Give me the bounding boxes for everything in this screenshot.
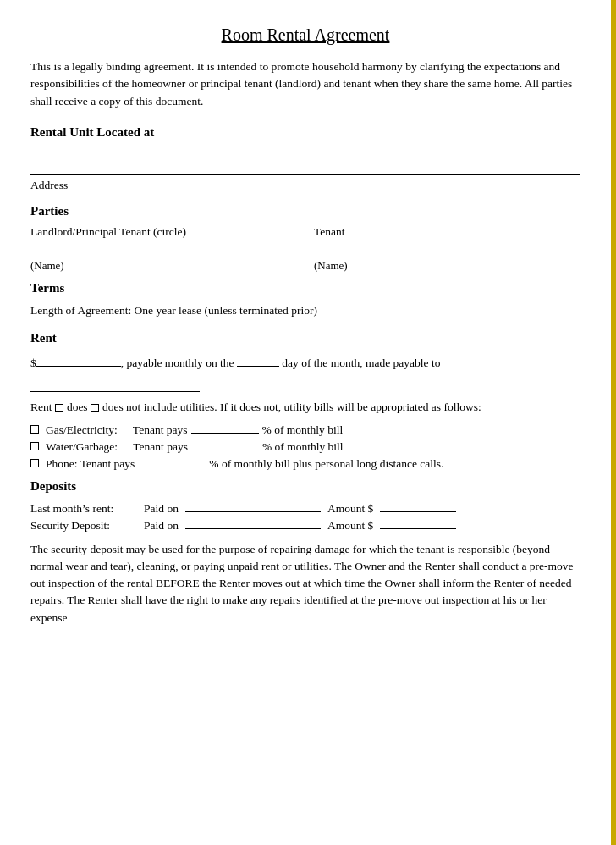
day-of-month-text: day of the month, made payable to (282, 356, 440, 369)
rent-section: Rent $, payable monthly on the day of th… (30, 331, 580, 471)
dollar-sign: $ (30, 356, 36, 369)
page-title: Room Rental Agreement (30, 17, 580, 45)
terms-length-text: Length of Agreement: One year lease (unl… (30, 304, 580, 318)
security-deposit-label: Security Deposit: (30, 519, 140, 533)
parties-section: Parties Landlord/Principal Tenant (circl… (30, 204, 580, 273)
paid-on-blank-1 (185, 511, 321, 512)
gas-payer: Tenant pays (133, 423, 188, 437)
checkbox-does-not (91, 404, 99, 412)
payable-to-blank (30, 377, 200, 392)
checkbox-phone (30, 459, 39, 467)
amount-blank-2 (380, 528, 456, 529)
intro-paragraph: This is a legally binding agreement. It … (30, 58, 580, 110)
checkbox-does (55, 404, 63, 412)
tenant-label: Tenant (314, 225, 580, 239)
parties-heading: Parties (30, 204, 580, 218)
tenant-name-field: (Name) (314, 242, 580, 273)
parties-name-fields-row: (Name) (Name) (30, 242, 580, 273)
amount-label-2: Amount $ (327, 519, 373, 533)
deposits-section: Deposits Last month’s rent: Paid on Amou… (30, 479, 580, 627)
does-not-text: does not include utilities. If it does n… (102, 400, 481, 413)
phone-suffix: % of monthly bill plus personal long dis… (209, 457, 443, 471)
payable-monthly-text: , payable monthly on the (121, 356, 234, 369)
rent-heading: Rent (30, 331, 580, 345)
rental-unit-heading: Rental Unit Located at (30, 125, 580, 140)
rent-day-blank (237, 366, 279, 367)
water-label: Water/Garbage: (46, 440, 118, 454)
does-text: does (67, 400, 91, 413)
paid-on-label-1: Paid on (144, 502, 179, 516)
phone-label: Phone: Tenant pays (46, 457, 135, 471)
address-line-field (30, 155, 580, 175)
last-months-rent-label: Last month’s rent: (30, 502, 140, 516)
security-deposit-text: The security deposit may be used for the… (30, 541, 580, 627)
rent-amount-line: $, payable monthly on the day of the mon… (30, 354, 580, 373)
landlord-name-field: (Name) (30, 242, 297, 273)
landlord-name-label: (Name) (30, 259, 297, 273)
address-label: Address (30, 179, 580, 192)
gas-percent-blank (191, 433, 259, 434)
gas-label: Gas/Electricity: (46, 423, 118, 437)
amount-blank-1 (380, 511, 456, 512)
amount-label-1: Amount $ (327, 502, 373, 516)
deposits-heading: Deposits (30, 479, 580, 494)
water-suffix: % of monthly bill (262, 440, 344, 454)
checkbox-gas (30, 425, 39, 434)
checkbox-water (30, 442, 39, 450)
paid-on-label-2: Paid on (144, 519, 179, 533)
rent-checkbox-does: Rent (30, 400, 55, 413)
water-percent-blank (191, 450, 259, 450)
terms-heading: Terms (30, 281, 580, 295)
landlord-name-underline (30, 242, 297, 257)
utilities-text: Rent does does not include utilities. If… (30, 399, 580, 416)
document-page: Room Rental Agreement This is a legally … (0, 0, 616, 845)
water-payer: Tenant pays (133, 440, 188, 454)
rent-amount-blank (36, 366, 121, 367)
phone-percent-blank (138, 467, 206, 467)
security-deposit-row: Security Deposit: Paid on Amount $ (30, 519, 580, 533)
landlord-label: Landlord/Principal Tenant (circle) (30, 225, 297, 239)
terms-section: Terms Length of Agreement: One year leas… (30, 281, 580, 318)
utility-water-item: Water/Garbage: Tenant pays % of monthly … (30, 440, 580, 454)
utility-phone-item: Phone: Tenant pays % of monthly bill plu… (30, 457, 580, 471)
paid-on-blank-2 (185, 528, 321, 529)
tenant-name-underline (314, 242, 580, 257)
utility-gas-item: Gas/Electricity: Tenant pays % of monthl… (30, 423, 580, 437)
last-months-rent-row: Last month’s rent: Paid on Amount $ (30, 502, 580, 516)
rental-unit-section: Rental Unit Located at Address (30, 125, 580, 192)
gas-suffix: % of monthly bill (262, 423, 344, 437)
tenant-name-label: (Name) (314, 259, 580, 273)
parties-labels-row: Landlord/Principal Tenant (circle) Tenan… (30, 225, 580, 239)
